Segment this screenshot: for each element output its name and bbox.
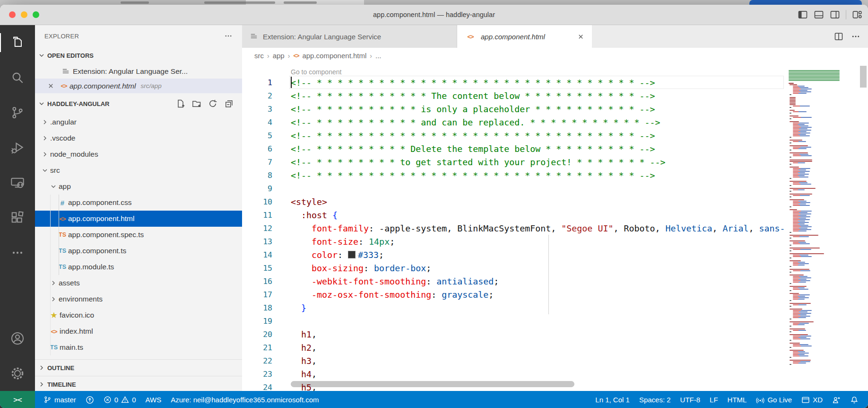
- toggle-secondary-sidebar-icon[interactable]: [830, 9, 840, 20]
- tree-item-app[interactable]: app: [35, 178, 242, 195]
- activity-bar-remote-explorer[interactable]: [0, 165, 35, 200]
- codelens-go-to-component[interactable]: Go to component: [291, 68, 341, 76]
- new-folder-icon[interactable]: [192, 99, 201, 108]
- activity-bar-source-control[interactable]: [0, 95, 35, 130]
- code-line[interactable]: 10<style>: [242, 195, 868, 208]
- tree-item-src[interactable]: src: [35, 162, 242, 178]
- code-line[interactable]: 20 h1,: [242, 328, 868, 341]
- tree-item-node-modules[interactable]: node_modules: [35, 146, 242, 162]
- activity-bar-settings[interactable]: [0, 356, 35, 391]
- activity-bar-explorer[interactable]: [0, 25, 35, 60]
- close-icon[interactable]: [577, 33, 584, 40]
- tab-extension-angular-language-service[interactable]: Extension: Angular Language Service: [242, 25, 457, 48]
- code-editor[interactable]: Go to component 1<!-- * * * * * * * * * …: [242, 63, 868, 391]
- code-line[interactable]: 18 }: [242, 301, 868, 314]
- status-item-go-live[interactable]: Go Live: [751, 391, 797, 408]
- remote-indicator[interactable]: ><: [0, 391, 35, 408]
- activity-bar-more[interactable]: [0, 235, 35, 270]
- breadcrumb[interactable]: src›app›<>app.component.html›...: [242, 48, 868, 63]
- new-file-icon[interactable]: [176, 99, 185, 108]
- status-item-feedback[interactable]: [827, 391, 845, 408]
- toggle-primary-sidebar-icon[interactable]: [798, 9, 808, 20]
- activity-bar-run-debug[interactable]: [0, 130, 35, 165]
- tree-item-app-component-ts[interactable]: TSapp.component.ts: [35, 243, 242, 259]
- titlebar[interactable]: app.component.html — haddley-angular: [0, 5, 868, 25]
- tree-item-assets[interactable]: assets: [35, 275, 242, 291]
- tree-item-app-component-css[interactable]: #app.component.css: [35, 195, 242, 211]
- status-item-language-mode[interactable]: HTML: [723, 391, 752, 408]
- outline-section[interactable]: OUTLINE: [35, 359, 242, 376]
- tree-item-app-component-html[interactable]: <>app.component.html: [35, 211, 242, 227]
- status-item-aws[interactable]: AWS: [141, 391, 166, 408]
- tree-item--vscode[interactable]: .vscode: [35, 130, 242, 146]
- code-line[interactable]: 21 h2,: [242, 341, 868, 354]
- status-item-cursor-position[interactable]: Ln 1, Col 1: [590, 391, 634, 408]
- open-editor-item[interactable]: Extension: Angular Language Ser...: [35, 64, 242, 79]
- code-line[interactable]: 5<!-- * * * * * * * * * * * * * * * * * …: [242, 129, 868, 142]
- vertical-scrollbar[interactable]: [859, 63, 868, 391]
- code-line[interactable]: 22 h3,: [242, 354, 868, 367]
- zoom-window-button[interactable]: [33, 11, 39, 18]
- tree-item-main-ts[interactable]: TSmain.ts: [35, 339, 242, 355]
- timeline-section[interactable]: TIMELINE: [35, 376, 242, 391]
- tab-app-component-html[interactable]: <>app.component.html: [457, 25, 592, 48]
- code-line[interactable]: 8<!-- * * * * * * * * * * * * * * * * * …: [242, 169, 868, 182]
- status-count: 0: [114, 396, 118, 404]
- status-item-problems[interactable]: 00: [99, 391, 141, 408]
- collapse-all-icon[interactable]: [224, 99, 234, 108]
- breadcrumb-item[interactable]: app: [273, 52, 285, 60]
- code-line[interactable]: 24 h5,: [242, 381, 868, 391]
- scrollbar-thumb[interactable]: [860, 66, 867, 88]
- code-line[interactable]: 19: [242, 314, 868, 328]
- code-line[interactable]: 7<!-- * * * * * * * * to get started wit…: [242, 155, 868, 169]
- tree-item-index-html[interactable]: <>index.html: [35, 323, 242, 339]
- split-editor-icon[interactable]: [834, 32, 843, 41]
- code-line[interactable]: 15 box-sizing: border-box;: [242, 261, 868, 275]
- explorer-more-actions-icon[interactable]: [224, 32, 233, 40]
- code-line[interactable]: 1<!-- * * * * * * * * * * * * * * * * * …: [242, 76, 868, 89]
- open-editors-section[interactable]: OPEN EDITORS: [35, 47, 242, 64]
- tree-item--angular[interactable]: .angular: [35, 114, 242, 130]
- activity-bar-extensions[interactable]: [0, 200, 35, 235]
- code-line[interactable]: 16 -webkit-font-smoothing: antialiased;: [242, 275, 868, 288]
- code-line[interactable]: 13 font-size: 14px;: [242, 235, 868, 248]
- code-line[interactable]: 23 h4,: [242, 367, 868, 381]
- status-item-xd[interactable]: XD: [797, 391, 827, 408]
- minimize-window-button[interactable]: [21, 11, 27, 18]
- tree-item-environments[interactable]: environments: [35, 291, 242, 307]
- breadcrumb-item[interactable]: app.component.html: [302, 52, 366, 60]
- project-root-haddley-angular[interactable]: HADDLEY-ANGULAR: [35, 93, 242, 114]
- toggle-panel-icon[interactable]: [814, 9, 824, 20]
- status-item-azure[interactable]: Azure: neil@haddleyoffice365.onmicrosoft…: [166, 391, 323, 408]
- customize-layout-icon[interactable]: [852, 9, 862, 20]
- status-item-publish[interactable]: [81, 391, 99, 408]
- code-line[interactable]: 11 :host {: [242, 208, 868, 222]
- activity-bar-accounts[interactable]: [0, 321, 35, 356]
- refresh-icon[interactable]: [208, 99, 217, 108]
- status-item-encoding[interactable]: UTF-8: [676, 391, 705, 408]
- close-window-button[interactable]: [9, 11, 16, 18]
- code-line[interactable]: 3<!-- * * * * * * * * * * is only a plac…: [242, 102, 868, 115]
- open-editor-item[interactable]: <>app.component.htmlsrc/app: [35, 79, 242, 93]
- code-line[interactable]: 9: [242, 182, 868, 195]
- code-line[interactable]: 2<!-- * * * * * * * * * * * The content …: [242, 89, 868, 102]
- tree-item-favicon-ico[interactable]: ★favicon.ico: [35, 307, 242, 323]
- status-item-eol[interactable]: LF: [705, 391, 723, 408]
- breadcrumb-item[interactable]: src: [254, 52, 264, 60]
- status-item-indentation[interactable]: Spaces: 2: [634, 391, 676, 408]
- tree-item-app-component-spec-ts[interactable]: TSapp.component.spec.ts: [35, 227, 242, 243]
- breadcrumb-item[interactable]: ...: [375, 52, 382, 60]
- status-item-notifications[interactable]: [845, 391, 863, 408]
- minimap[interactable]: [785, 63, 859, 391]
- activity-bar-search[interactable]: [0, 60, 35, 95]
- code-line[interactable]: 12 font-family: -apple-system, BlinkMacS…: [242, 222, 868, 235]
- close-icon[interactable]: [47, 82, 54, 89]
- code-line[interactable]: 4<!-- * * * * * * * * * * and can be rep…: [242, 115, 868, 129]
- code-line[interactable]: 6<!-- * * * * * * * * * Delete the templ…: [242, 142, 868, 155]
- code-line[interactable]: 17 -moz-osx-font-smoothing: grayscale;: [242, 288, 868, 301]
- status-item-branch[interactable]: master: [39, 391, 81, 408]
- code-line[interactable]: 14 color: #333;: [242, 248, 868, 261]
- more-actions-icon[interactable]: [851, 32, 860, 41]
- chevron-down-icon: [40, 167, 50, 174]
- tree-item-app-module-ts[interactable]: TSapp.module.ts: [35, 259, 242, 275]
